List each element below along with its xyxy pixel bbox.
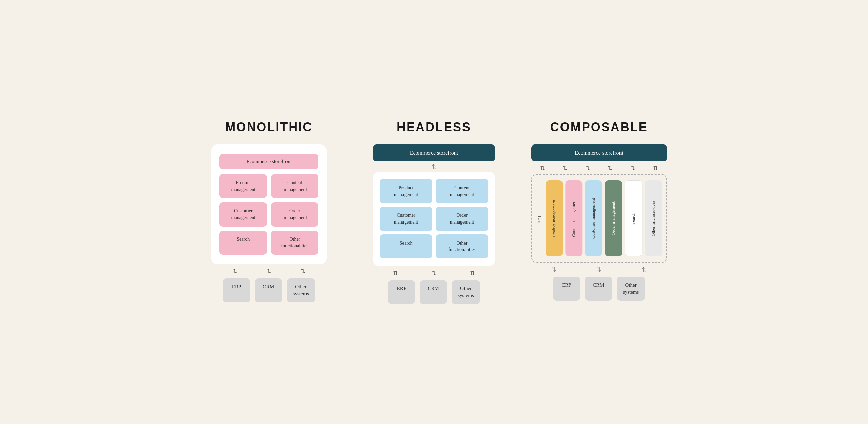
headless-wrapper: Ecommerce storefront ⇅ Productmanagement… <box>373 144 495 304</box>
composable-wrapper: Ecommerce storefront ⇅ ⇅ ⇅ ⇅ ⇅ ⇅ APIs Pr… <box>531 144 667 301</box>
monolithic-crm: CRM <box>255 278 282 302</box>
composable-dashed-box: APIs Product management Content manageme… <box>531 174 667 263</box>
headless-content-mgmt: Contentmanagement <box>436 179 488 203</box>
monolithic-grid: Productmanagement Contentmanagement Cust… <box>219 174 318 255</box>
comp-arrow-top-4: ⇅ <box>608 164 613 172</box>
monolithic-wrapper: Ecommerce storefront Productmanagement C… <box>211 144 327 302</box>
comp-product-mgmt: Product management <box>546 180 563 256</box>
monolithic-systems: ERP CRM Othersystems <box>223 278 315 302</box>
page-container: MONOLITHIC Ecommerce storefront Productm… <box>197 120 671 304</box>
monolithic-search: Search <box>219 231 267 255</box>
headless-search: Search <box>380 234 432 258</box>
composable-crm: CRM <box>585 277 612 301</box>
headless-crm: CRM <box>420 280 447 304</box>
comp-arrow-top-2: ⇅ <box>563 164 568 172</box>
monolithic-customer-mgmt: Customermanagement <box>219 202 267 226</box>
monolithic-arrows: ⇅ ⇅ ⇅ <box>218 264 320 278</box>
composable-other-sys: Othersystems <box>617 277 645 301</box>
headless-product-mgmt: Productmanagement <box>380 179 432 203</box>
headless-arrow-2: ⇅ <box>431 269 436 277</box>
composable-systems: ERP CRM Othersystems <box>553 277 645 301</box>
arrow-3: ⇅ <box>300 268 305 275</box>
monolithic-order-mgmt: Ordermanagement <box>271 202 318 226</box>
monolithic-erp: ERP <box>223 278 250 302</box>
headless-arrow-1: ⇅ <box>393 269 398 277</box>
monolithic-other-sys: Othersystems <box>287 278 315 302</box>
comp-arrow-bot-3: ⇅ <box>642 266 647 273</box>
headless-storefront: Ecommerce storefront <box>373 144 495 161</box>
headless-order-mgmt: Ordermanagement <box>436 207 488 231</box>
comp-arrow-top-1: ⇅ <box>540 164 545 172</box>
composable-columns: Product management Content management Cu… <box>546 180 662 256</box>
headless-arrow-top: ⇅ <box>432 161 437 172</box>
comp-arrow-top-5: ⇅ <box>630 164 635 172</box>
monolithic-storefront: Ecommerce storefront <box>219 154 318 169</box>
monolithic-column: MONOLITHIC Ecommerce storefront Productm… <box>197 120 341 302</box>
monolithic-title: MONOLITHIC <box>225 120 313 134</box>
headless-other-sys: Othersystems <box>452 280 480 304</box>
headless-erp: ERP <box>388 280 415 304</box>
monolithic-content-mgmt: Contentmanagement <box>271 174 318 198</box>
arrow-2: ⇅ <box>267 268 272 275</box>
comp-content-mgmt: Content management <box>565 180 582 256</box>
headless-title: HEADLESS <box>397 120 471 134</box>
comp-arrow-bot-1: ⇅ <box>551 266 556 273</box>
monolithic-product-mgmt: Productmanagement <box>219 174 267 198</box>
comp-order-mgmt: Order management <box>605 180 622 256</box>
apis-label: APIs <box>537 213 542 224</box>
headless-systems: ERP CRM Othersystems <box>388 280 480 304</box>
comp-search: Search <box>625 180 642 256</box>
headless-inner-box: Productmanagement Contentmanagement Cust… <box>373 172 495 266</box>
composable-erp: ERP <box>553 277 580 301</box>
composable-column: COMPOSABLE Ecommerce storefront ⇅ ⇅ ⇅ ⇅ … <box>527 120 671 301</box>
composable-storefront: Ecommerce storefront <box>531 144 667 161</box>
comp-arrow-top-3: ⇅ <box>585 164 590 172</box>
comp-arrow-bot-2: ⇅ <box>596 266 601 273</box>
composable-top-arrows: ⇅ ⇅ ⇅ ⇅ ⇅ ⇅ <box>531 161 667 174</box>
comp-customer-mgmt: Customer management <box>585 180 602 256</box>
headless-customer-mgmt: Customermanagement <box>380 207 432 231</box>
monolithic-other-func: Otherfunctionalities <box>271 231 318 255</box>
composable-title: COMPOSABLE <box>550 120 648 134</box>
composable-bottom-arrows: ⇅ ⇅ ⇅ <box>531 263 667 277</box>
headless-other-func: Otherfunctionalities <box>436 234 488 258</box>
comp-arrow-top-6: ⇅ <box>653 164 658 172</box>
headless-arrow-3: ⇅ <box>470 269 475 277</box>
comp-other-microservices: Other microservices <box>645 180 662 256</box>
monolithic-box: Ecommerce storefront Productmanagement C… <box>211 144 327 264</box>
headless-grid: Productmanagement Contentmanagement Cust… <box>380 179 488 258</box>
headless-column: HEADLESS Ecommerce storefront ⇅ Productm… <box>362 120 507 304</box>
headless-arrows: ⇅ ⇅ ⇅ <box>376 266 492 280</box>
arrow-1: ⇅ <box>233 268 238 275</box>
headless-storefront-wrapper: Ecommerce storefront ⇅ <box>373 144 495 172</box>
